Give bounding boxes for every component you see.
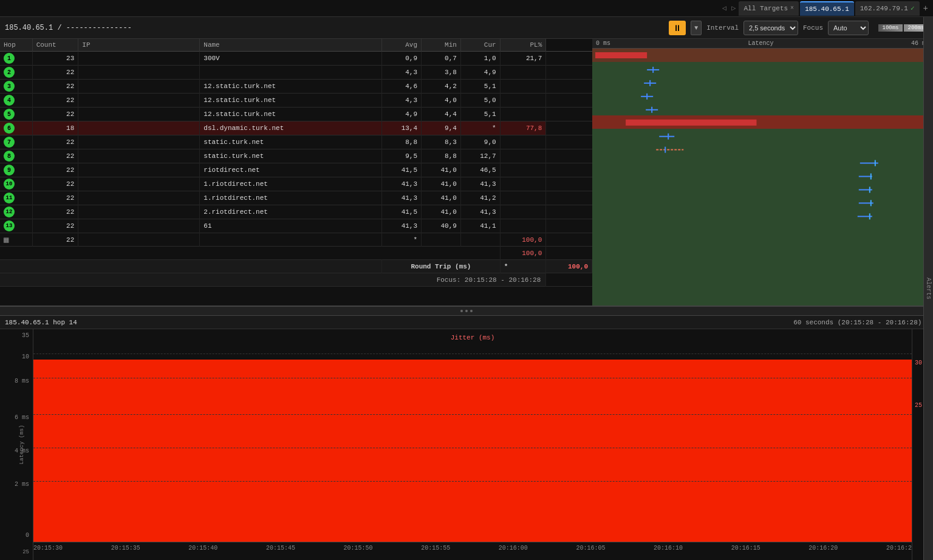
hop-avg: 8,8	[382, 135, 422, 149]
col-pl: PL%	[500, 39, 546, 52]
focus-label: Focus	[803, 24, 823, 32]
table-row[interactable]: ▦22*100,0	[0, 233, 592, 247]
hop-number: 4	[4, 95, 15, 106]
y-label-35: 35	[22, 332, 29, 339]
table-row[interactable]: 922riotdirect.net41,541,046,5	[0, 163, 592, 177]
hop-pl	[500, 108, 546, 121]
hop-ip	[78, 135, 200, 149]
col-cur: Cur	[460, 39, 500, 52]
tab-nav-left[interactable]: ◁	[720, 4, 728, 13]
hop-pl: 100,0	[500, 233, 546, 247]
table-row[interactable]: 13226141,340,941,1	[0, 219, 592, 233]
hop-cur: 9,0	[460, 135, 500, 149]
hop-min: 40,9	[422, 219, 461, 233]
hop-min: 4,4	[422, 108, 461, 121]
hop-ip	[78, 149, 200, 163]
pause-button[interactable]: ⏸	[669, 21, 686, 35]
latency-min-label: 0 ms	[596, 40, 610, 47]
hop-cur: 41,3	[460, 177, 500, 191]
hop-cur: 41,3	[460, 205, 500, 219]
table-row[interactable]: 12222.riotdirect.net41,541,041,3	[0, 205, 592, 219]
x-label-1535: 20:15:35	[111, 545, 140, 551]
hop-pl	[500, 66, 546, 80]
hop-name: 12.static.turk.net	[200, 108, 382, 121]
hop-count: 22	[32, 149, 78, 163]
hop-pl	[500, 191, 546, 205]
hop-number: 7	[4, 137, 15, 148]
latency-header: 0 ms Latency 46 ms	[592, 39, 933, 49]
hop-min: 8,3	[422, 135, 461, 149]
hop-pl: 21,7	[500, 52, 546, 66]
hop-ip	[78, 52, 200, 66]
round-trip-row: Round Trip (ms)*100,0	[0, 260, 592, 273]
jitter-red-fill	[33, 360, 912, 542]
grid-line-1	[33, 353, 912, 354]
hop-avg: 4,3	[382, 66, 422, 80]
hop-count: 22	[32, 205, 78, 219]
hop-count: 22	[32, 80, 78, 94]
latency-svg	[592, 49, 933, 302]
y-label-2ms: 2 ms	[15, 481, 29, 488]
hop-pl	[500, 219, 546, 233]
table-row[interactable]: 32212.static.turk.net4,64,25,1	[0, 80, 592, 94]
grid-line-5	[33, 481, 912, 482]
jitter-x-labels: 20:15:30 20:15:35 20:15:40 20:15:45 20:1…	[33, 542, 912, 554]
table-section: Hop Count IP Name Avg Min Cur PL% 123300…	[0, 39, 592, 306]
tab-add-button[interactable]: +	[921, 4, 931, 13]
table-row[interactable]: 2224,33,84,9	[0, 66, 592, 80]
table-row[interactable]: 822static.turk.net9,58,812,7	[0, 149, 592, 163]
table-row[interactable]: 123300V0,90,71,021,7	[0, 52, 592, 66]
hop-min: 4,0	[422, 94, 461, 108]
alerts-panel[interactable]: Alerts	[923, 17, 933, 560]
hop-min: 9,4	[422, 121, 461, 135]
hop-number: 10	[4, 179, 15, 190]
hop-name: 12.static.turk.net	[200, 94, 382, 108]
tab-162-checkmark: ✓	[911, 4, 915, 12]
tab-all-targets[interactable]: All Targets ×	[739, 1, 799, 16]
hop-avg: 0,9	[382, 52, 422, 66]
y-label-6ms: 6 ms	[15, 414, 29, 421]
jitter-time-range: 60 seconds (20:15:28 - 20:16:28) ↻	[793, 318, 928, 326]
hop-number: 12	[4, 207, 15, 217]
hop-ip	[78, 163, 200, 177]
tab-162[interactable]: 162.249.79.1 ✓	[855, 1, 920, 16]
table-row[interactable]: 10221.riotdirect.net41,341,041,3	[0, 177, 592, 191]
tab-all-targets-label: All Targets	[743, 5, 788, 12]
tab-185[interactable]: 185.40.65.1	[800, 1, 854, 16]
alerts-label: Alerts	[925, 278, 932, 299]
table-row[interactable]: 42212.static.turk.net4,34,05,0	[0, 94, 592, 108]
hop-number: 1	[4, 53, 15, 64]
table-row[interactable]: 618dsl.dynamic.turk.net13,49,4*77,8	[0, 121, 592, 135]
hop-avg: 41,3	[382, 219, 422, 233]
x-label-1605: 20:16:05	[576, 545, 605, 551]
table-row[interactable]: 722static.turk.net8,88,39,0	[0, 135, 592, 149]
hop-name	[200, 66, 382, 80]
grid-line-4	[33, 448, 912, 448]
hop-number: 8	[4, 151, 15, 162]
hop-avg: 9,5	[382, 149, 422, 163]
table-row[interactable]: 52212.static.turk.net4,94,45,1	[0, 108, 592, 121]
focus-select[interactable]: Auto Manual	[828, 21, 869, 35]
hop-number: 13	[4, 220, 15, 231]
hop-name: 12.static.turk.net	[200, 80, 382, 94]
y-label-8ms: 8 ms	[15, 378, 29, 384]
interval-select[interactable]: 2,5 seconds 5 seconds 1 second	[743, 21, 798, 35]
hop-cur: 5,1	[460, 80, 500, 94]
hop-pl	[500, 163, 546, 177]
hop-min: 41,0	[422, 191, 461, 205]
col-avg: Avg	[382, 39, 422, 52]
hop-cur	[460, 233, 500, 247]
hop-count: 22	[32, 108, 78, 121]
hop-min: 41,0	[422, 205, 461, 219]
pause-dropdown[interactable]: ▼	[691, 21, 702, 35]
tab-all-targets-close[interactable]: ×	[790, 5, 794, 12]
hop-cur: 12,7	[460, 149, 500, 163]
jitter-graph-label: Jitter (ms)	[451, 334, 495, 341]
grid-line-2	[33, 378, 912, 378]
tab-nav-right[interactable]: ▷	[730, 4, 737, 13]
table-row[interactable]: 11221.riotdirect.net41,341,041,2	[0, 191, 592, 205]
hop-count: 22	[32, 94, 78, 108]
hop-min	[422, 233, 461, 247]
hop-avg: 4,6	[382, 80, 422, 94]
jitter-plot-area: Jitter (ms) 20:15:30 20:15:35 20:15	[33, 329, 912, 560]
